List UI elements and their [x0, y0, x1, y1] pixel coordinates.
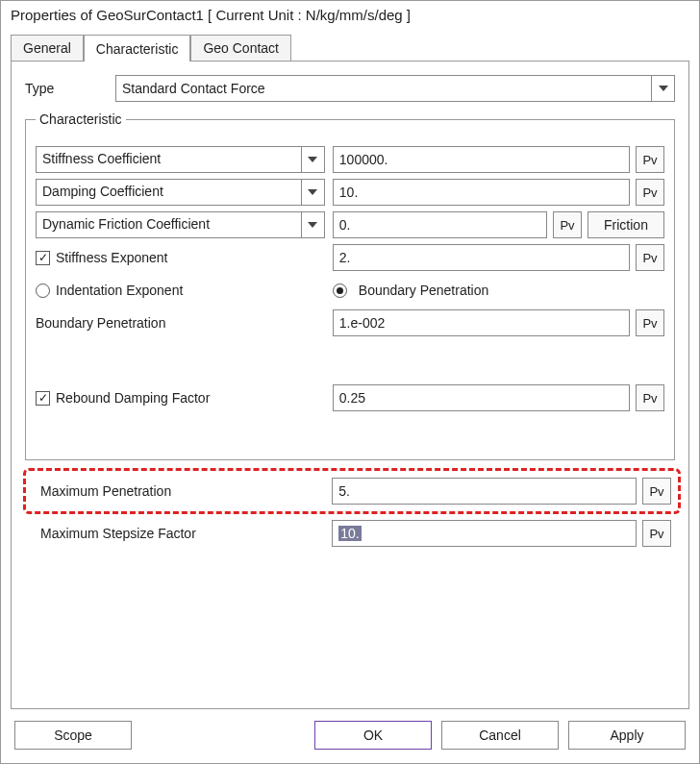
pv-button[interactable]: Pv [636, 384, 664, 411]
stiffness-exponent-checkbox[interactable]: ✓ [36, 251, 50, 265]
boundary-penetration-radio-label: Boundary Penetration [359, 283, 488, 298]
tab-general[interactable]: General [11, 35, 84, 61]
type-select[interactable]: Standard Contact Force [115, 75, 675, 102]
pv-button[interactable]: Pv [636, 244, 664, 271]
pv-button[interactable]: Pv [553, 211, 582, 238]
stiffness-coefficient-input[interactable]: 100000. [333, 146, 630, 173]
dialog-title: Properties of GeoSurContact1 [ Current U… [1, 1, 699, 29]
boundary-penetration-label: Boundary Penetration [36, 315, 165, 331]
pv-button[interactable]: Pv [642, 478, 671, 505]
friction-button[interactable]: Friction [588, 211, 664, 238]
tab-geo-contact[interactable]: Geo Contact [190, 35, 291, 61]
dialog-button-bar: Scope OK Cancel Apply [14, 721, 686, 750]
maximum-stepsize-input[interactable]: 10. [332, 520, 637, 547]
stiffness-exponent-input[interactable]: 2. [333, 244, 630, 271]
type-label: Type [25, 81, 108, 96]
chevron-down-icon [301, 147, 324, 172]
ok-button[interactable]: OK [314, 721, 432, 750]
dynamic-friction-input[interactable]: 0. [333, 211, 547, 238]
rebound-damping-label: Rebound Damping Factor [56, 390, 210, 406]
chevron-down-icon [301, 212, 324, 237]
tab-strip: General Characteristic Geo Contact [11, 34, 689, 61]
characteristic-group: Characteristic Stiffness Coefficient 100… [25, 111, 675, 460]
dynamic-friction-label: Dynamic Friction Coefficient [37, 212, 301, 237]
indentation-exponent-label: Indentation Exponent [56, 283, 183, 298]
apply-button[interactable]: Apply [568, 721, 686, 750]
tab-container: General Characteristic Geo Contact Type … [11, 34, 689, 709]
boundary-penetration-radio[interactable] [333, 283, 347, 298]
maximum-stepsize-label: Maximum Stepsize Factor [40, 526, 196, 541]
pv-button[interactable]: Pv [636, 146, 664, 173]
rebound-damping-checkbox[interactable]: ✓ [36, 391, 50, 406]
pv-button[interactable]: Pv [636, 309, 664, 336]
maximum-penetration-input[interactable]: 5. [332, 478, 637, 505]
boundary-penetration-input[interactable]: 1.e-002 [333, 309, 630, 336]
type-value: Standard Contact Force [122, 81, 265, 96]
damping-coefficient-combo[interactable]: Damping Coefficient [36, 179, 325, 206]
stiffness-coefficient-label: Stiffness Coefficient [37, 147, 301, 172]
characteristic-legend: Characteristic [36, 111, 126, 127]
stiffness-exponent-label: Stiffness Exponent [56, 250, 167, 265]
damping-coefficient-input[interactable]: 10. [333, 179, 630, 206]
maximum-penetration-label: Maximum Penetration [40, 483, 171, 499]
pv-button[interactable]: Pv [636, 179, 664, 206]
cancel-button[interactable]: Cancel [441, 721, 559, 750]
stiffness-coefficient-combo[interactable]: Stiffness Coefficient [36, 146, 325, 173]
scope-button[interactable]: Scope [14, 721, 132, 750]
indentation-exponent-radio[interactable] [36, 283, 50, 298]
damping-coefficient-label: Damping Coefficient [37, 180, 301, 205]
chevron-down-icon [301, 180, 324, 205]
chevron-down-icon [651, 76, 674, 101]
tab-panel-characteristic: Type Standard Contact Force Characterist… [11, 61, 689, 709]
pv-button[interactable]: Pv [642, 520, 671, 547]
tab-characteristic[interactable]: Characteristic [84, 35, 191, 62]
rebound-damping-input[interactable]: 0.25 [333, 384, 630, 411]
properties-dialog: Properties of GeoSurContact1 [ Current U… [0, 0, 700, 764]
dynamic-friction-combo[interactable]: Dynamic Friction Coefficient [36, 211, 325, 238]
